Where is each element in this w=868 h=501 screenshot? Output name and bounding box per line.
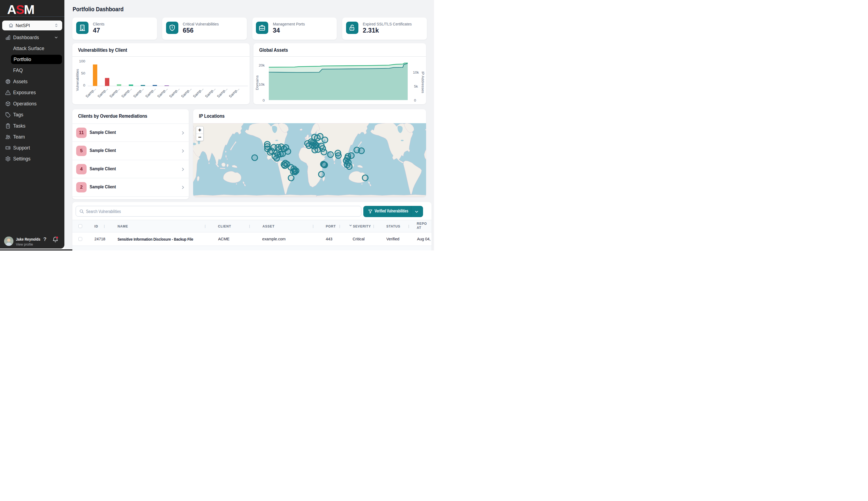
svg-text:20k: 20k (259, 63, 265, 67)
svg-text:Samp...: Samp... (168, 86, 180, 98)
svg-text:Samp...: Samp... (156, 86, 168, 98)
svg-text:50: 50 (81, 71, 85, 75)
svg-text:100: 100 (79, 59, 85, 63)
svg-text:0: 0 (262, 98, 265, 103)
svg-text:Samp...: Samp... (205, 86, 217, 98)
svg-text:Samp...: Samp... (121, 86, 133, 98)
svg-text:10k: 10k (259, 82, 265, 86)
svg-text:Samp...: Samp... (216, 86, 228, 98)
svg-text:Samp...: Samp... (133, 86, 145, 98)
svg-text:0: 0 (83, 83, 85, 87)
svg-text:5k: 5k (414, 84, 418, 88)
svg-text:Samp...: Samp... (109, 86, 121, 98)
svg-text:Samp...: Samp... (97, 86, 109, 98)
svg-text:Samp...: Samp... (192, 86, 205, 98)
svg-text:0: 0 (414, 98, 416, 103)
svg-text:Vulnerabilities: Vulnerabilities (75, 69, 80, 91)
svg-text:10k: 10k (413, 70, 419, 74)
svg-text:IP Addresses: IP Addresses (421, 71, 425, 93)
svg-text:Samp...: Samp... (85, 86, 97, 98)
svg-text:Samp...: Samp... (180, 86, 192, 98)
svg-text:Samp...: Samp... (145, 86, 157, 98)
svg-text:Samp...: Samp... (228, 86, 240, 98)
